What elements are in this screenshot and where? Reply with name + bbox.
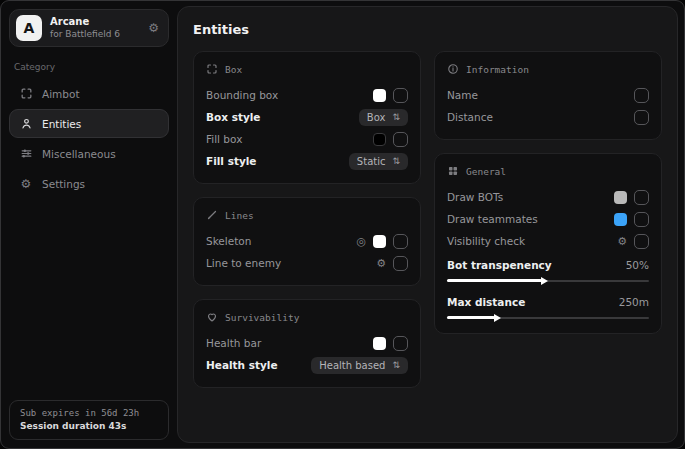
- setting-row-fill-box: Fill box: [206, 128, 408, 150]
- sidebar: A Arcane for Battlefield 6 ⚙ Category Ai…: [1, 1, 177, 448]
- setting-label: Health bar: [206, 337, 261, 349]
- distance-checkbox[interactable]: [634, 110, 649, 125]
- dropdown-value: Static: [357, 156, 386, 167]
- setting-slider-bot-transparency: Bot transpenency 50%: [447, 259, 649, 285]
- dropdown-value: Health based: [319, 360, 385, 371]
- app-brand-card: A Arcane for Battlefield 6 ⚙: [9, 9, 169, 47]
- visibility-check-gear-icon[interactable]: ⚙: [617, 236, 627, 247]
- color-swatch[interactable]: [373, 133, 386, 146]
- setting-label: Name: [447, 89, 478, 101]
- sidebar-item-settings[interactable]: ⚙ Settings: [9, 169, 169, 198]
- setting-label: Draw teammates: [447, 213, 538, 225]
- color-swatch[interactable]: [614, 191, 627, 204]
- box-corners-icon: [206, 63, 218, 75]
- setting-label: Fill style: [206, 155, 256, 167]
- health-style-dropdown[interactable]: Health based ⇅: [311, 357, 408, 374]
- slider-fill: [447, 316, 495, 319]
- session-duration-text: Session duration 43s: [20, 421, 158, 431]
- line-to-enemy-gear-icon[interactable]: ⚙: [376, 258, 386, 269]
- color-swatch[interactable]: [614, 213, 627, 226]
- subscription-expiry-text: Sub expires in 56d 23h: [20, 408, 158, 418]
- slider-thumb[interactable]: [541, 277, 548, 285]
- box-style-dropdown[interactable]: Box ⇅: [359, 109, 408, 126]
- setting-row-health-style: Health style Health based ⇅: [206, 354, 408, 376]
- setting-row-name: Name: [447, 84, 649, 106]
- setting-label: Draw BOTs: [447, 191, 503, 203]
- draw-teammates-checkbox[interactable]: [634, 212, 649, 227]
- app-logo: A: [16, 15, 42, 41]
- setting-row-draw-teammates: Draw teammates: [447, 208, 649, 230]
- fill-box-checkbox[interactable]: [393, 132, 408, 147]
- entities-person-icon: [19, 117, 33, 130]
- app-name: Arcane: [50, 16, 120, 29]
- setting-label: Max distance: [447, 296, 525, 308]
- card-general: General Draw BOTs Draw teammates: [434, 153, 662, 334]
- name-checkbox[interactable]: [634, 88, 649, 103]
- sidebar-item-miscellaneous[interactable]: Miscellaneous: [9, 139, 169, 168]
- survivability-heart-icon: [206, 311, 218, 323]
- general-grid-icon: [447, 165, 459, 177]
- draw-bots-checkbox[interactable]: [634, 190, 649, 205]
- line-to-enemy-checkbox[interactable]: [393, 256, 408, 271]
- card-lines-title: Lines: [225, 210, 254, 221]
- main-panel: Entities Box: [177, 6, 678, 443]
- slider-value: 250m: [619, 296, 649, 308]
- subscription-info-box: Sub expires in 56d 23h Session duration …: [9, 400, 169, 440]
- sidebar-item-label: Entities: [42, 118, 81, 130]
- chevron-up-down-icon: ⇅: [392, 156, 400, 166]
- setting-slider-max-distance: Max distance 250m: [447, 296, 649, 322]
- visibility-check-checkbox[interactable]: [634, 234, 649, 249]
- settings-gear-icon: ⚙: [19, 177, 33, 191]
- setting-label: Bot transpenency: [447, 259, 552, 271]
- color-swatch[interactable]: [373, 89, 386, 102]
- sidebar-item-label: Aimbot: [42, 88, 80, 100]
- card-general-title: General: [466, 166, 506, 177]
- chevron-up-down-icon: ⇅: [392, 360, 400, 370]
- setting-label: Skeleton: [206, 235, 251, 247]
- setting-label: Box style: [206, 111, 260, 123]
- setting-label: Line to enemy: [206, 257, 281, 269]
- setting-row-fill-style: Fill style Static ⇅: [206, 150, 408, 172]
- sidebar-item-label: Settings: [42, 178, 85, 190]
- sidebar-item-aimbot[interactable]: Aimbot: [9, 79, 169, 108]
- miscellaneous-sliders-icon: [19, 147, 33, 160]
- aimbot-crosshair-icon: [19, 87, 33, 100]
- card-information-title: Information: [466, 64, 529, 75]
- setting-row-box-style: Box style Box ⇅: [206, 106, 408, 128]
- max-distance-slider[interactable]: [447, 313, 649, 322]
- page-title: Entities: [193, 22, 662, 37]
- setting-row-draw-bots: Draw BOTs: [447, 186, 649, 208]
- card-box-title: Box: [225, 64, 242, 75]
- setting-row-skeleton: Skeleton ◎: [206, 230, 408, 252]
- setting-label: Bounding box: [206, 89, 278, 101]
- setting-row-distance: Distance: [447, 106, 649, 128]
- skeleton-checkbox[interactable]: [393, 234, 408, 249]
- card-lines: Lines Skeleton ◎ Line to enemy ⚙: [193, 197, 421, 286]
- app-tagline: for Battlefield 6: [50, 29, 120, 40]
- health-bar-checkbox[interactable]: [393, 336, 408, 351]
- slider-thumb[interactable]: [494, 314, 501, 322]
- sidebar-item-label: Miscellaneous: [42, 148, 116, 160]
- bot-transparency-slider[interactable]: [447, 276, 649, 285]
- setting-row-line-to-enemy: Line to enemy ⚙: [206, 252, 408, 274]
- card-survivability-title: Survivability: [225, 312, 299, 323]
- slider-value: 50%: [626, 259, 649, 271]
- sidebar-item-entities[interactable]: Entities: [9, 109, 169, 138]
- setting-label: Fill box: [206, 133, 242, 145]
- setting-row-visibility-check: Visibility check ⚙: [447, 230, 649, 252]
- skeleton-options-icon[interactable]: ◎: [356, 236, 366, 247]
- setting-label: Distance: [447, 111, 493, 123]
- color-swatch[interactable]: [373, 337, 386, 350]
- setting-row-health-bar: Health bar: [206, 332, 408, 354]
- color-swatch[interactable]: [373, 235, 386, 248]
- brand-gear-icon[interactable]: ⚙: [148, 21, 159, 35]
- lines-pencil-icon: [206, 209, 218, 221]
- card-survivability: Survivability Health bar Health style: [193, 299, 421, 388]
- fill-style-dropdown[interactable]: Static ⇅: [349, 153, 408, 170]
- dropdown-value: Box: [367, 112, 386, 123]
- bounding-box-checkbox[interactable]: [393, 88, 408, 103]
- setting-label: Visibility check: [447, 235, 525, 247]
- information-info-icon: [447, 63, 459, 75]
- slider-fill: [447, 279, 542, 282]
- sidebar-nav: Aimbot Entities Miscel: [9, 79, 169, 198]
